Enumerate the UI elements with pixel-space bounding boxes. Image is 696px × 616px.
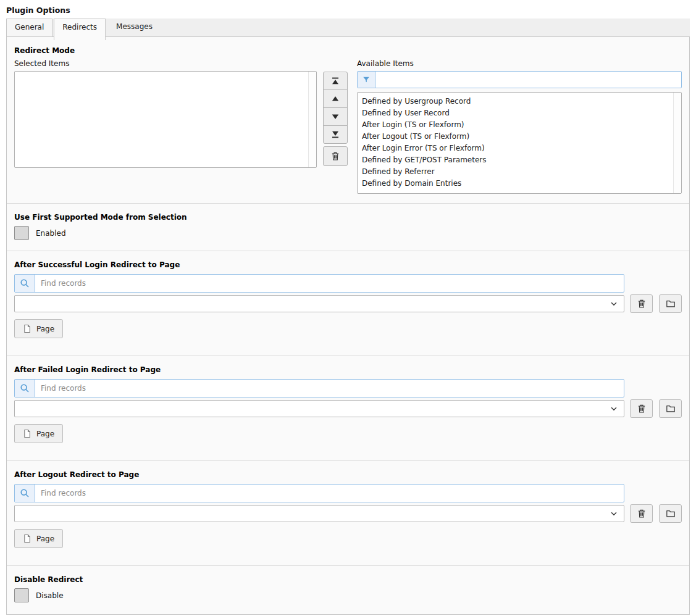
trash-icon [637, 299, 647, 309]
move-down-icon [330, 112, 340, 122]
tab-messages[interactable]: Messages [108, 19, 161, 36]
after-login-search [14, 274, 624, 293]
remove-selected-button[interactable] [323, 146, 348, 166]
after-failed-login-heading: After Failed Login Redirect to Page [14, 365, 682, 374]
list-item[interactable]: Defined by GET/POST Parameters [358, 154, 681, 166]
disable-redirect-checkbox-label: Disable [36, 591, 64, 600]
selected-items-listbox[interactable] [14, 71, 317, 168]
filter-icon [358, 72, 375, 88]
folder-icon [666, 299, 676, 309]
move-up-button[interactable] [323, 89, 348, 108]
chevron-down-icon [610, 509, 618, 518]
after-failed-login-create-page-button[interactable]: Page [14, 424, 63, 443]
move-up-icon [330, 94, 340, 104]
use-first-supported-heading: Use First Supported Mode from Selection [14, 213, 682, 222]
after-logout-search-input[interactable] [35, 485, 624, 502]
list-item[interactable]: Defined by Referrer [358, 166, 681, 178]
move-to-top-icon [330, 76, 340, 86]
move-down-button[interactable] [323, 107, 348, 126]
search-icon [15, 380, 35, 397]
section-after-failed-login-page: After Failed Login Redirect to Page [7, 356, 689, 460]
after-logout-browse-button[interactable] [659, 504, 682, 523]
after-logout-page-select[interactable] [14, 505, 624, 522]
section-after-logout-page: After Logout Redirect to Page [7, 460, 689, 565]
after-failed-login-page-select[interactable] [14, 400, 624, 417]
page-icon [23, 429, 31, 438]
after-failed-login-clear-button[interactable] [630, 399, 653, 418]
chevron-down-icon [610, 404, 618, 413]
selected-items-scrollbar[interactable] [308, 72, 316, 167]
after-login-browse-button[interactable] [659, 294, 682, 313]
section-use-first-supported: Use First Supported Mode from Selection … [7, 203, 689, 251]
search-icon [15, 275, 35, 292]
available-items-filter-input[interactable] [375, 72, 681, 88]
chevron-down-icon [610, 299, 618, 308]
after-failed-login-browse-button[interactable] [659, 399, 682, 418]
section-after-login-page: After Successful Login Redirect to Page [7, 251, 689, 356]
disable-redirect-heading: Disable Redirect [14, 575, 682, 584]
after-failed-login-search-input[interactable] [35, 380, 624, 397]
redirect-mode-heading: Redirect Mode [14, 46, 682, 55]
page-button-label: Page [36, 325, 54, 333]
list-item[interactable]: After Login (TS or Flexform) [358, 119, 681, 131]
after-login-clear-button[interactable] [630, 294, 653, 313]
search-icon [15, 485, 35, 502]
tab-general[interactable]: General [6, 19, 52, 36]
page-button-label: Page [36, 430, 54, 438]
list-item[interactable]: Defined by User Record [358, 107, 681, 119]
section-redirect-mode: Redirect Mode Selected Items [7, 37, 689, 203]
page-icon [23, 324, 31, 333]
section-disable-redirect: Disable Redirect Disable [7, 565, 689, 612]
list-item[interactable]: After Login Error (TS or Flexform) [358, 143, 681, 154]
move-to-bottom-icon [330, 130, 340, 139]
page-icon [23, 534, 31, 543]
page-title: Plugin Options [0, 0, 696, 19]
available-items-label: Available Items [357, 59, 682, 68]
after-login-search-input[interactable] [35, 275, 624, 292]
after-login-heading: After Successful Login Redirect to Page [14, 260, 682, 269]
after-logout-clear-button[interactable] [630, 504, 653, 523]
page-button-label: Page [36, 535, 54, 543]
trash-icon [637, 404, 647, 414]
reorder-button-column [323, 55, 348, 194]
list-item[interactable]: Defined by Usergroup Record [358, 96, 681, 107]
use-first-supported-checkbox-label: Enabled [36, 229, 66, 238]
selected-items-label: Selected Items [14, 59, 317, 68]
after-logout-heading: After Logout Redirect to Page [14, 470, 682, 479]
folder-icon [666, 509, 676, 518]
tabbar: General Redirects Messages [6, 19, 690, 37]
available-items-listbox[interactable]: Defined by Usergroup Record Defined by U… [357, 92, 682, 194]
trash-icon [637, 509, 647, 518]
redirects-tab-panel: Redirect Mode Selected Items [6, 37, 690, 615]
move-to-bottom-button[interactable] [323, 125, 348, 144]
after-failed-login-search [14, 379, 624, 397]
folder-icon [666, 404, 676, 414]
disable-redirect-checkbox[interactable] [14, 588, 29, 602]
available-items-scrollbar[interactable] [673, 93, 681, 193]
list-item[interactable]: After Logout (TS or Flexform) [358, 131, 681, 143]
tab-redirects[interactable]: Redirects [54, 19, 106, 40]
use-first-supported-checkbox[interactable] [14, 226, 29, 240]
after-login-create-page-button[interactable]: Page [14, 319, 63, 338]
trash-icon [330, 151, 340, 161]
move-to-top-button[interactable] [323, 72, 348, 90]
after-logout-search [14, 484, 624, 502]
after-login-page-select[interactable] [14, 295, 624, 312]
after-logout-create-page-button[interactable]: Page [14, 529, 63, 548]
available-items-filter [357, 71, 682, 88]
list-item[interactable]: Defined by Domain Entries [358, 178, 681, 189]
